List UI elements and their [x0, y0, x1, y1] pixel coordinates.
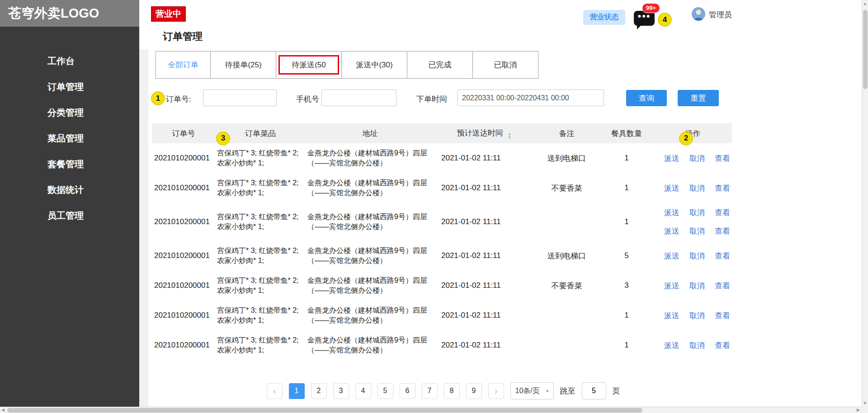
cell-address: 金燕龙办公楼（建材城西路9号）四层（——宾馆北侧办公楼）: [306, 274, 434, 297]
tab-to-dispatch[interactable]: 待派送(50: [276, 51, 342, 79]
scroll-down-icon[interactable]: ▼: [863, 401, 867, 405]
table-header: 订单号 3 订单菜品 地址 预计送达时间 ▲▼ 备注 餐具数量 2 操作: [152, 123, 732, 143]
deliver-link[interactable]: 派送: [664, 183, 679, 193]
cancel-link[interactable]: 取消: [689, 153, 705, 164]
cell-address: 金燕龙办公楼（建材城西路9号）四层（——宾馆北侧办公楼）: [306, 304, 434, 327]
business-open-badge: 营业中: [151, 6, 186, 22]
cell-tableware: 1: [599, 217, 654, 226]
view-link[interactable]: 查看: [715, 226, 730, 236]
sidebar-item-orders[interactable]: 订单管理: [0, 74, 139, 100]
cell-tableware: 3: [599, 281, 654, 290]
tab-dispatching[interactable]: 派送中(30): [341, 51, 407, 79]
page-button-9[interactable]: 9: [466, 383, 482, 399]
query-button[interactable]: 查询: [626, 90, 667, 106]
deliver-link[interactable]: 派送: [664, 226, 679, 236]
page-size-select[interactable]: 10条/页 ▾: [510, 382, 554, 399]
jump-to-input[interactable]: [582, 382, 606, 399]
table-row: 2021010200001 宫保鸡丁* 3; 红烧带鱼* 2; 农家小炒肉* 1…: [152, 271, 732, 300]
sidebar-item-employees[interactable]: 员工管理: [0, 203, 139, 229]
deliver-link[interactable]: 派送: [664, 281, 679, 291]
cell-order-no: 2021010200001: [152, 281, 215, 290]
phone-input[interactable]: [321, 89, 396, 106]
page-button-8[interactable]: 8: [444, 383, 460, 399]
deliver-link[interactable]: 派送: [664, 251, 679, 261]
tab-cancelled[interactable]: 已取消: [472, 51, 538, 79]
order-no-input[interactable]: [203, 89, 277, 106]
sidebar-item-workbench[interactable]: 工作台: [0, 48, 139, 74]
reset-button[interactable]: 重置: [678, 90, 719, 106]
prev-page-button[interactable]: ‹: [267, 383, 283, 399]
cell-eta: 2021-01-02 11:11: [434, 281, 534, 290]
order-time-input[interactable]: [458, 89, 604, 106]
page-button-6[interactable]: 6: [400, 383, 415, 399]
page-button-5[interactable]: 5: [377, 383, 393, 399]
cancel-link[interactable]: 取消: [689, 310, 705, 321]
cell-actions: 派送取消查看: [654, 143, 732, 173]
sidebar-item-dishes[interactable]: 菜品管理: [0, 126, 139, 151]
table-row: 2021010200001 宫保鸡丁* 3; 红烧带鱼* 2; 农家小炒肉* 1…: [152, 173, 732, 203]
cell-remark: 不要香菜: [534, 183, 599, 193]
scroll-left-icon[interactable]: ◀: [1, 407, 5, 413]
cell-actions: 派送取消查看: [654, 330, 732, 360]
topbar: 营业中 订单管理 营业状态 ••• 99+ 4 管理员: [139, 0, 868, 49]
sidebar-item-statistics[interactable]: 数据统计: [0, 177, 139, 203]
table-row: 2021010200001 宫保鸡丁* 3; 红烧带鱼* 2; 农家小炒肉* 1…: [152, 330, 732, 360]
sidebar-item-categories[interactable]: 分类管理: [0, 100, 139, 126]
view-link[interactable]: 查看: [715, 207, 730, 218]
orders-table: 订单号 3 订单菜品 地址 预计送达时间 ▲▼ 备注 餐具数量 2 操作 202…: [152, 123, 732, 360]
page-button-2[interactable]: 2: [311, 383, 327, 399]
vertical-scrollbar[interactable]: ▲ ▼: [862, 0, 868, 407]
jump-to-label: 跳至: [560, 386, 576, 396]
deliver-link[interactable]: 派送: [664, 153, 679, 164]
sort-icon[interactable]: ▲▼: [507, 132, 511, 139]
cell-tableware: 1: [599, 154, 654, 163]
cell-actions: 派送取消查看: [654, 300, 732, 330]
tab-all-orders[interactable]: 全部订单: [156, 51, 211, 79]
view-link[interactable]: 查看: [715, 251, 730, 261]
tab-pending[interactable]: 待接单(25): [210, 51, 276, 79]
view-link[interactable]: 查看: [715, 340, 730, 351]
cancel-link[interactable]: 取消: [689, 183, 705, 193]
deliver-link[interactable]: 派送: [664, 340, 679, 351]
cell-order-no: 2021010200001: [152, 183, 215, 192]
cancel-link[interactable]: 取消: [689, 340, 705, 351]
cell-tableware: 5: [599, 251, 654, 260]
view-link[interactable]: 查看: [715, 153, 730, 164]
horizontal-scrollbar[interactable]: ◀ ▶: [0, 407, 868, 413]
deliver-link[interactable]: 派送: [664, 310, 679, 321]
cancel-link[interactable]: 取消: [689, 281, 705, 291]
cancel-link[interactable]: 取消: [689, 226, 705, 236]
business-status-button[interactable]: 营业状态: [583, 10, 625, 25]
view-link[interactable]: 查看: [715, 183, 730, 193]
cell-address: 金燕龙办公楼（建材城西路9号）四层（——宾馆北侧办公楼）: [306, 176, 434, 199]
cell-order-no: 2021010200001: [152, 217, 215, 226]
tab-completed[interactable]: 已完成: [407, 51, 473, 79]
page-button-7[interactable]: 7: [422, 383, 438, 399]
sidebar-item-setmeals[interactable]: 套餐管理: [0, 151, 139, 177]
cell-actions: 派送取消查看派送取消查看: [654, 203, 732, 241]
scroll-right-icon[interactable]: ▶: [857, 407, 860, 413]
next-page-button[interactable]: ›: [488, 383, 504, 399]
cell-dishes: 宫保鸡丁* 3; 红烧带鱼* 2; 农家小炒肉* 1;: [215, 176, 306, 199]
vertical-scrollbar-thumb[interactable]: [863, 10, 868, 89]
cell-remark: 不要香菜: [534, 281, 599, 291]
page-button-1[interactable]: 1: [289, 383, 305, 399]
cell-eta: 2021-01-02 11:11: [434, 341, 534, 350]
scroll-up-icon[interactable]: ▲: [863, 1, 867, 6]
cell-dishes: 宫保鸡丁* 3; 红烧带鱼* 2; 农家小炒肉* 1;: [215, 244, 306, 267]
deliver-link[interactable]: 派送: [664, 207, 679, 218]
cell-actions: 派送取消查看: [654, 241, 732, 271]
order-tabs: 全部订单 待接单(25) 待派送(50 派送中(30) 已完成 已取消: [156, 51, 538, 79]
page-button-3[interactable]: 3: [333, 383, 349, 399]
notification-count-badge: 99+: [642, 3, 660, 13]
cancel-link[interactable]: 取消: [689, 207, 705, 218]
horizontal-scrollbar-thumb[interactable]: [7, 408, 642, 413]
cell-address: 金燕龙办公楼（建材城西路9号）四层（——宾馆北侧办公楼）: [306, 244, 434, 267]
table-row: 2021010200001 宫保鸡丁* 3; 红烧带鱼* 2; 农家小炒肉* 1…: [152, 241, 732, 271]
cancel-link[interactable]: 取消: [689, 251, 705, 261]
avatar[interactable]: [692, 7, 705, 21]
tab-to-dispatch-label: 待派送(50: [292, 60, 326, 70]
view-link[interactable]: 查看: [715, 281, 730, 291]
view-link[interactable]: 查看: [715, 310, 730, 321]
page-button-4[interactable]: 4: [355, 383, 371, 399]
